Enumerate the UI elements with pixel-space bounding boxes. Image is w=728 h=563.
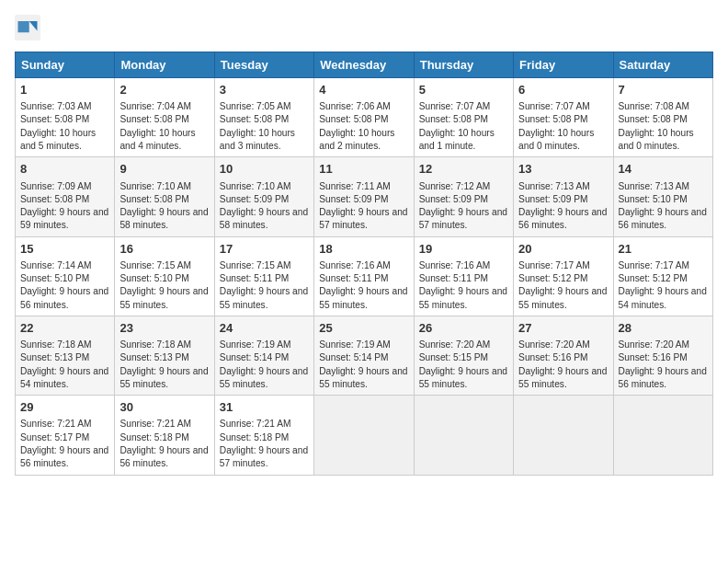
- day-number: 4: [319, 82, 408, 98]
- calendar-cell: 31Sunrise: 7:21 AMSunset: 5:18 PMDayligh…: [214, 396, 313, 475]
- day-number: 1: [20, 82, 109, 98]
- page-header: [15, 15, 713, 40]
- calendar-cell: 27Sunrise: 7:20 AMSunset: 5:16 PMDayligh…: [514, 316, 613, 395]
- calendar-cell: [514, 396, 613, 475]
- day-number: 23: [119, 320, 209, 337]
- weekday-header: Thursday: [414, 52, 513, 78]
- calendar-cell: 11Sunrise: 7:11 AMSunset: 5:09 PMDayligh…: [314, 157, 414, 236]
- weekday-header: Wednesday: [314, 52, 414, 78]
- day-number: 11: [319, 161, 408, 178]
- calendar-cell: 4Sunrise: 7:06 AMSunset: 5:08 PMDaylight…: [314, 78, 414, 157]
- calendar-week-row: 15Sunrise: 7:14 AMSunset: 5:10 PMDayligh…: [16, 236, 713, 316]
- calendar-table: SundayMondayTuesdayWednesdayThursdayFrid…: [15, 52, 713, 476]
- day-number: 26: [419, 320, 508, 337]
- calendar-cell: 13Sunrise: 7:13 AMSunset: 5:09 PMDayligh…: [514, 157, 613, 236]
- day-number: 9: [119, 161, 209, 178]
- calendar-cell: 12Sunrise: 7:12 AMSunset: 5:09 PMDayligh…: [414, 157, 513, 236]
- calendar-cell: 21Sunrise: 7:17 AMSunset: 5:12 PMDayligh…: [613, 236, 712, 316]
- calendar-cell: 10Sunrise: 7:10 AMSunset: 5:09 PMDayligh…: [214, 157, 313, 236]
- day-number: 13: [518, 161, 608, 178]
- calendar-cell: 2Sunrise: 7:04 AMSunset: 5:08 PMDaylight…: [115, 78, 214, 157]
- day-number: 24: [220, 320, 309, 337]
- calendar-cell: 16Sunrise: 7:15 AMSunset: 5:10 PMDayligh…: [115, 236, 214, 316]
- day-number: 8: [20, 161, 109, 178]
- calendar-cell: 28Sunrise: 7:20 AMSunset: 5:16 PMDayligh…: [613, 316, 712, 395]
- calendar-cell: 5Sunrise: 7:07 AMSunset: 5:08 PMDaylight…: [414, 78, 513, 157]
- calendar-cell: 26Sunrise: 7:20 AMSunset: 5:15 PMDayligh…: [414, 316, 513, 395]
- day-number: 30: [119, 399, 209, 416]
- weekday-header: Saturday: [613, 52, 712, 78]
- day-number: 12: [419, 161, 508, 178]
- calendar-week-row: 22Sunrise: 7:18 AMSunset: 5:13 PMDayligh…: [16, 316, 713, 395]
- day-number: 10: [220, 161, 309, 178]
- day-number: 31: [220, 399, 309, 416]
- day-number: 20: [518, 241, 608, 258]
- calendar-cell: 9Sunrise: 7:10 AMSunset: 5:08 PMDaylight…: [115, 157, 214, 236]
- logo: [15, 15, 44, 40]
- calendar-cell: 15Sunrise: 7:14 AMSunset: 5:10 PMDayligh…: [16, 236, 115, 316]
- day-number: 3: [220, 82, 309, 98]
- calendar-cell: 14Sunrise: 7:13 AMSunset: 5:10 PMDayligh…: [613, 157, 712, 236]
- day-number: 18: [319, 241, 408, 258]
- calendar-cell: 23Sunrise: 7:18 AMSunset: 5:13 PMDayligh…: [115, 316, 214, 395]
- calendar-cell: [613, 396, 712, 475]
- weekday-header: Tuesday: [214, 52, 313, 78]
- weekday-header: Friday: [514, 52, 613, 78]
- calendar-cell: 19Sunrise: 7:16 AMSunset: 5:11 PMDayligh…: [414, 236, 513, 316]
- weekday-header-row: SundayMondayTuesdayWednesdayThursdayFrid…: [16, 52, 713, 78]
- weekday-header: Sunday: [16, 52, 115, 78]
- calendar-cell: 29Sunrise: 7:21 AMSunset: 5:17 PMDayligh…: [16, 396, 115, 475]
- day-number: 17: [220, 241, 309, 258]
- calendar-cell: 25Sunrise: 7:19 AMSunset: 5:14 PMDayligh…: [314, 316, 414, 395]
- day-number: 5: [419, 82, 508, 98]
- calendar-cell: 20Sunrise: 7:17 AMSunset: 5:12 PMDayligh…: [514, 236, 613, 316]
- calendar-week-row: 1Sunrise: 7:03 AMSunset: 5:08 PMDaylight…: [16, 78, 713, 157]
- day-number: 19: [419, 241, 508, 258]
- day-number: 25: [319, 320, 408, 337]
- weekday-header: Monday: [115, 52, 214, 78]
- day-number: 2: [119, 82, 209, 98]
- calendar-cell: 7Sunrise: 7:08 AMSunset: 5:08 PMDaylight…: [613, 78, 712, 157]
- calendar-cell: 22Sunrise: 7:18 AMSunset: 5:13 PMDayligh…: [16, 316, 115, 395]
- svg-rect-2: [18, 21, 29, 32]
- day-number: 15: [20, 241, 109, 258]
- calendar-cell: [314, 396, 414, 475]
- calendar-cell: 8Sunrise: 7:09 AMSunset: 5:08 PMDaylight…: [16, 157, 115, 236]
- calendar-cell: 1Sunrise: 7:03 AMSunset: 5:08 PMDaylight…: [16, 78, 115, 157]
- calendar-week-row: 8Sunrise: 7:09 AMSunset: 5:08 PMDaylight…: [16, 157, 713, 236]
- calendar-cell: 30Sunrise: 7:21 AMSunset: 5:18 PMDayligh…: [115, 396, 214, 475]
- calendar-cell: 24Sunrise: 7:19 AMSunset: 5:14 PMDayligh…: [214, 316, 313, 395]
- day-number: 27: [518, 320, 608, 337]
- day-number: 14: [619, 161, 708, 178]
- calendar-cell: [414, 396, 513, 475]
- day-number: 22: [20, 320, 109, 337]
- calendar-cell: 6Sunrise: 7:07 AMSunset: 5:08 PMDaylight…: [514, 78, 613, 157]
- day-number: 29: [20, 399, 109, 416]
- calendar-cell: 3Sunrise: 7:05 AMSunset: 5:08 PMDaylight…: [214, 78, 313, 157]
- day-number: 7: [619, 82, 708, 98]
- day-number: 16: [119, 241, 209, 258]
- calendar-cell: 18Sunrise: 7:16 AMSunset: 5:11 PMDayligh…: [314, 236, 414, 316]
- calendar-cell: 17Sunrise: 7:15 AMSunset: 5:11 PMDayligh…: [214, 236, 313, 316]
- logo-icon: [15, 15, 40, 40]
- day-number: 21: [619, 241, 708, 258]
- day-number: 28: [619, 320, 708, 337]
- day-number: 6: [518, 82, 608, 98]
- calendar-week-row: 29Sunrise: 7:21 AMSunset: 5:17 PMDayligh…: [16, 396, 713, 475]
